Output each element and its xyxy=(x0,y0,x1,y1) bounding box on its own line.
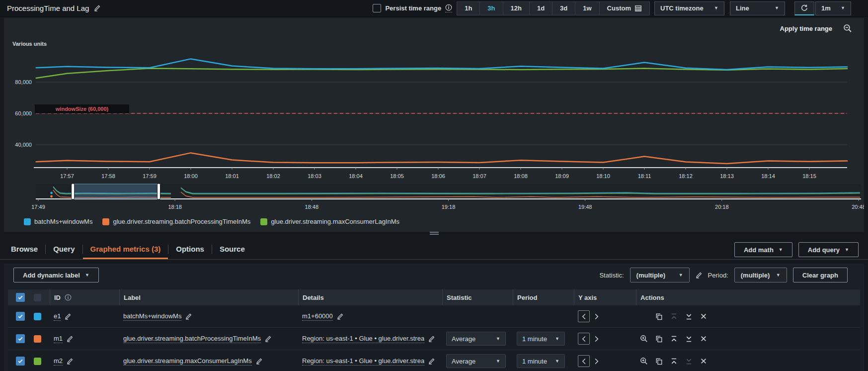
move-up-icon[interactable] xyxy=(670,313,678,320)
apply-time-range-label[interactable]: Apply time range xyxy=(780,25,832,32)
row-checkbox[interactable] xyxy=(16,357,25,366)
duplicate-metric-icon[interactable] xyxy=(655,335,663,343)
edit-statistic-icon[interactable] xyxy=(696,272,702,278)
legend-color-swatch xyxy=(260,218,267,225)
add-math-button[interactable]: Add math▼ xyxy=(734,242,792,257)
info-icon[interactable] xyxy=(65,294,72,301)
refresh-interval-dropdown[interactable]: 1m▼ xyxy=(815,1,851,15)
move-up-icon[interactable] xyxy=(670,335,678,343)
y-axis-left-button[interactable] xyxy=(578,355,590,367)
selection-handle[interactable] xyxy=(157,184,160,199)
y-axis-right-button[interactable] xyxy=(592,310,601,322)
svg-text:18:04: 18:04 xyxy=(349,173,363,179)
period-dropdown[interactable]: 1 minute▼ xyxy=(517,332,565,346)
duplicate-metric-icon[interactable] xyxy=(655,313,663,320)
chevron-down-icon: ▼ xyxy=(714,6,718,10)
metrics-line-chart[interactable]: 80,00060,00040,00017:5717:5817:5918:0018… xyxy=(4,18,864,232)
info-icon[interactable] xyxy=(445,4,452,12)
zoom-to-metric-icon[interactable] xyxy=(640,335,648,343)
tab-graphed-metrics-3[interactable]: Graphed metrics (3) xyxy=(83,240,168,259)
clear-graph-button[interactable]: Clear graph xyxy=(793,268,848,282)
svg-text:19:48: 19:48 xyxy=(578,204,592,210)
svg-text:17:57: 17:57 xyxy=(60,173,74,179)
edit-label-icon[interactable] xyxy=(256,358,262,365)
edit-title-icon[interactable] xyxy=(94,5,100,11)
svg-text:18:13: 18:13 xyxy=(720,173,734,179)
move-down-icon[interactable] xyxy=(685,358,693,365)
remove-metric-icon[interactable] xyxy=(700,358,707,365)
metric-details: Region: us-east-1 • Glue • glue.driver.s… xyxy=(302,335,424,343)
time-range-1h[interactable]: 1h xyxy=(457,2,480,15)
column-header-id: ID xyxy=(54,294,61,301)
svg-text:60,000: 60,000 xyxy=(15,110,32,116)
svg-text:40,000: 40,000 xyxy=(15,142,32,148)
edit-id-icon[interactable] xyxy=(67,336,73,342)
legend-item[interactable]: glue.driver.streaming.maxConsumerLagInMs xyxy=(260,218,399,225)
y-axis-right-button[interactable] xyxy=(592,333,601,345)
resize-handle[interactable] xyxy=(0,232,868,235)
graphed-metrics-panel: Add dynamic label▼ Statistic: (multiple)… xyxy=(4,264,864,371)
metric-color-swatch xyxy=(34,313,41,320)
zoom-out-icon[interactable] xyxy=(843,24,852,33)
remove-metric-icon[interactable] xyxy=(700,313,707,320)
selection-handle[interactable] xyxy=(72,184,75,199)
persist-time-range-checkbox[interactable] xyxy=(373,4,381,12)
add-dynamic-label-button[interactable]: Add dynamic label▼ xyxy=(13,268,99,282)
time-range-3d[interactable]: 3d xyxy=(552,2,575,15)
time-range-custom[interactable]: Custom xyxy=(600,2,649,15)
edit-label-icon[interactable] xyxy=(265,336,271,342)
time-range-3h[interactable]: 3h xyxy=(480,2,503,15)
graphed-metrics-table: IDLabelDetailsStatisticPeriodY axisActio… xyxy=(8,289,860,371)
y-axis-left-button[interactable] xyxy=(578,310,590,322)
svg-text:17:58: 17:58 xyxy=(101,173,115,179)
time-range-12h[interactable]: 12h xyxy=(503,2,530,15)
legend-item[interactable]: batchMs+windowMs xyxy=(24,218,92,225)
chevron-down-icon: ▼ xyxy=(679,273,683,278)
edit-details-icon[interactable] xyxy=(428,336,435,342)
period-select[interactable]: (multiple)▼ xyxy=(734,268,787,282)
svg-text:18:01: 18:01 xyxy=(225,173,239,179)
legend-item[interactable]: glue.driver.streaming.batchProcessingTim… xyxy=(102,218,250,225)
y-axis-right-button[interactable] xyxy=(592,355,601,367)
tab-source[interactable]: Source xyxy=(212,240,252,259)
tab-options[interactable]: Options xyxy=(168,240,212,259)
period-dropdown[interactable]: 1 minute▼ xyxy=(517,354,565,368)
chevron-down-icon: ▼ xyxy=(496,337,500,341)
timeline-selection[interactable] xyxy=(73,184,159,199)
page-title: ProcessingTime and Lag xyxy=(7,4,89,12)
svg-text:18:02: 18:02 xyxy=(266,173,280,179)
edit-id-icon[interactable] xyxy=(65,313,71,320)
chevron-down-icon: ▼ xyxy=(775,6,779,10)
column-header-actions: Actions xyxy=(640,294,664,301)
chart-type-dropdown[interactable]: Line▼ xyxy=(730,1,785,15)
legend-color-swatch xyxy=(24,218,31,225)
svg-text:20:48: 20:48 xyxy=(852,204,864,210)
svg-text:17:59: 17:59 xyxy=(143,173,157,179)
remove-metric-icon[interactable] xyxy=(700,335,707,342)
duplicate-metric-icon[interactable] xyxy=(655,358,663,365)
move-up-icon[interactable] xyxy=(670,358,678,365)
time-range-1d[interactable]: 1d xyxy=(530,2,552,15)
add-query-button[interactable]: Add query▼ xyxy=(798,242,859,257)
chevron-down-icon: ▼ xyxy=(845,248,849,252)
edit-id-icon[interactable] xyxy=(67,358,73,365)
select-all-checkbox[interactable] xyxy=(16,293,25,302)
statistic-dropdown[interactable]: Average▼ xyxy=(446,332,506,346)
period-label: Period: xyxy=(708,272,728,279)
time-range-1w[interactable]: 1w xyxy=(575,2,599,15)
edit-details-icon[interactable] xyxy=(337,313,343,320)
row-checkbox[interactable] xyxy=(16,334,25,343)
edit-label-icon[interactable] xyxy=(185,313,192,320)
edit-details-icon[interactable] xyxy=(428,358,435,365)
zoom-to-metric-icon[interactable] xyxy=(640,357,648,365)
refresh-button[interactable] xyxy=(794,1,814,15)
timezone-dropdown[interactable]: UTC timezone▼ xyxy=(654,1,724,15)
statistic-dropdown[interactable]: Average▼ xyxy=(446,354,506,368)
move-down-icon[interactable] xyxy=(685,313,693,320)
row-checkbox[interactable] xyxy=(16,312,25,321)
tab-query[interactable]: Query xyxy=(46,240,82,259)
statistic-select[interactable]: (multiple)▼ xyxy=(630,268,690,282)
tab-browse[interactable]: Browse xyxy=(3,240,45,259)
move-down-icon[interactable] xyxy=(685,335,693,343)
y-axis-left-button[interactable] xyxy=(578,333,590,345)
